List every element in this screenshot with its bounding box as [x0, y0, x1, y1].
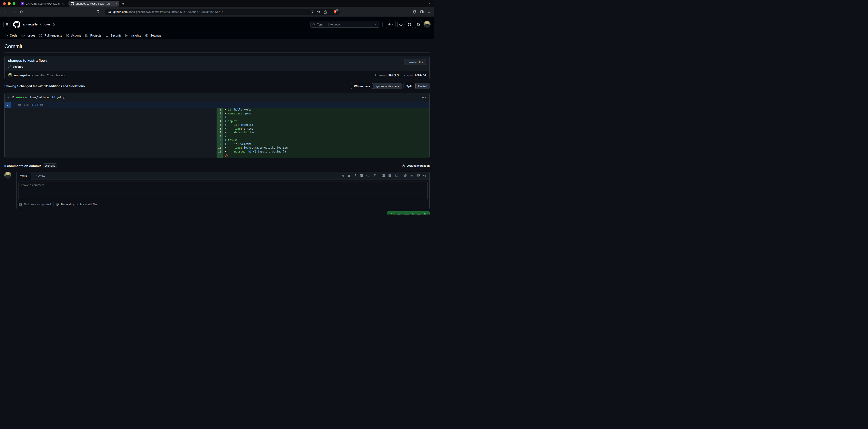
diff-line-number[interactable]: 2	[217, 112, 223, 116]
diff-added-line[interactable]: + inputs:	[223, 119, 429, 123]
repo-nav-item-code[interactable]: Code	[3, 32, 19, 39]
branch-name[interactable]: develop	[12, 65, 23, 68]
repo-nav-item-settings[interactable]: Settings	[143, 32, 163, 39]
cross-reference-icon[interactable]	[415, 173, 421, 178]
heading-icon[interactable]: H	[340, 173, 345, 178]
parent-sha-link[interactable]: 8b37170	[388, 73, 399, 77]
forward-icon[interactable]	[11, 9, 17, 15]
pull-requests-button[interactable]	[406, 21, 413, 28]
diff-line-number[interactable]: 7	[217, 131, 223, 135]
site-settings-icon[interactable]	[108, 10, 111, 13]
repo-nav-item-issues[interactable]: Issues	[19, 32, 37, 39]
browse-files-button[interactable]: Browse files	[404, 59, 426, 65]
list-unordered-icon[interactable]	[387, 173, 393, 178]
breadcrumb-repo[interactable]: flows	[42, 23, 51, 26]
download-icon[interactable]	[310, 10, 314, 14]
tab-preview[interactable]: Preview	[31, 172, 49, 179]
repo-nav-item-projects[interactable]: Projects	[83, 32, 103, 39]
comment-input[interactable]	[18, 181, 428, 200]
diff-added-line[interactable]: + message: hi {{ inputs.greeting }}	[223, 150, 429, 154]
collapse-chevron-icon[interactable]	[7, 96, 10, 99]
diff-old-side-empty	[5, 142, 217, 146]
diff-added-line[interactable]: +	[223, 135, 429, 139]
diff-line-number[interactable]: 3	[217, 116, 223, 119]
zoom-out-icon[interactable]	[317, 10, 320, 14]
repo-nav-item-pull-requests[interactable]: Pull requests	[37, 32, 64, 39]
link-icon[interactable]	[371, 173, 377, 178]
brave-shield-icon[interactable]: 1	[333, 10, 337, 14]
diff-added-line[interactable]: + type: STRING	[223, 127, 429, 131]
diff-added-line[interactable]: + type: io.kestra.core.tasks.log.Log	[223, 146, 429, 150]
diff-added-line[interactable]: + tasks:	[223, 139, 429, 142]
diff-line-number[interactable]: 11	[217, 146, 223, 150]
browser-tab-github-active[interactable]: changes to kestra flows · ann ✕	[68, 1, 119, 6]
minimize-window-button[interactable]	[8, 2, 11, 5]
repo-nav-item-actions[interactable]: Actions	[64, 32, 83, 39]
diff-added-line[interactable]: + - id: greeting	[223, 123, 429, 127]
global-search-input[interactable]: Type / to search >_	[310, 21, 379, 28]
markdown-hint[interactable]: Markdown is supported	[19, 203, 51, 206]
diff-added-line[interactable]: +	[223, 116, 429, 119]
ignore-whitespace-button[interactable]: Ignore whitespace	[373, 83, 402, 89]
diff-added-line[interactable]: + namespace: prod	[223, 112, 429, 116]
close-window-button[interactable]	[3, 2, 6, 5]
unified-view-button[interactable]: Unified	[415, 83, 430, 89]
split-view-button[interactable]: Split	[404, 83, 415, 89]
diff-line-number[interactable]: 12	[217, 150, 223, 154]
author-avatar[interactable]	[8, 73, 12, 78]
bold-icon[interactable]: B	[346, 173, 352, 178]
issues-button[interactable]	[398, 21, 404, 28]
zoom-window-button[interactable]	[12, 2, 16, 5]
tab-search-icon[interactable]	[429, 2, 432, 5]
tab-write[interactable]: Write	[16, 172, 31, 180]
address-bar[interactable]: github.com/anna-geller/flows/commit/b604…	[105, 9, 340, 15]
create-new-button[interactable]	[386, 21, 396, 28]
diff-line-number[interactable]: 5	[217, 123, 223, 127]
mention-icon[interactable]: @	[409, 173, 415, 178]
command-palette-icon[interactable]: >_	[373, 23, 377, 26]
commit-author[interactable]: anna-geller	[14, 73, 30, 77]
quote-icon[interactable]	[359, 173, 365, 178]
file-options-kebab-icon[interactable]: •••	[422, 95, 427, 99]
tasklist-icon[interactable]	[393, 173, 399, 178]
repo-nav-item-insights[interactable]: Insights	[123, 32, 143, 39]
codeglyph-icon[interactable]	[365, 173, 371, 178]
diff-added-line[interactable]: + - id: welcome	[223, 142, 429, 146]
code-icon	[5, 34, 8, 37]
file-path[interactable]: flows/hello_world.yml	[28, 96, 61, 99]
close-tab-icon[interactable]: ✕	[115, 2, 117, 5]
diff-line-number[interactable]: 8	[217, 135, 223, 139]
diff-line-number[interactable]: 6	[217, 127, 223, 131]
diff-line-number[interactable]: 10	[217, 142, 223, 146]
lock-conversation-button[interactable]: Lock conversation	[402, 164, 430, 167]
repo-nav-item-security[interactable]: Security	[103, 32, 124, 39]
github-logo[interactable]	[13, 21, 20, 28]
global-menu-button[interactable]	[3, 21, 10, 28]
inbox-button[interactable]	[415, 21, 422, 28]
bookmark-icon[interactable]	[96, 10, 100, 14]
reply-icon[interactable]	[422, 173, 427, 178]
back-icon[interactable]	[3, 9, 9, 15]
paperclip-icon[interactable]	[403, 173, 408, 178]
sidebar-icon[interactable]	[420, 10, 424, 14]
whitespace-on-button[interactable]: Whitespace	[351, 83, 373, 89]
diff-added-line[interactable]: + id: hello_world	[223, 108, 429, 112]
diff-line-number[interactable]: 4	[217, 119, 223, 123]
new-tab-button[interactable]: +	[120, 2, 126, 6]
breadcrumb-owner[interactable]: anna-geller	[23, 23, 39, 26]
diff-line-number[interactable]: 9	[217, 139, 223, 142]
upload-hint[interactable]: Paste, drop, or click to add files	[56, 203, 97, 206]
diff-added-line[interactable]: + defaults: hey	[223, 131, 429, 135]
expand-hunk-button[interactable]: ...	[5, 102, 11, 108]
comment-submit-button[interactable]: Comment on this commit	[387, 211, 430, 214]
share-icon[interactable]	[323, 10, 327, 14]
italic-icon[interactable]: I	[352, 173, 358, 178]
user-avatar[interactable]	[424, 21, 431, 28]
diff-line-number[interactable]: 1	[217, 108, 223, 112]
browser-menu-icon[interactable]	[427, 10, 431, 14]
list-ordered-icon[interactable]: 1.2.	[381, 173, 386, 178]
reload-icon[interactable]	[19, 9, 25, 15]
copy-path-icon[interactable]	[63, 96, 66, 99]
extensions-icon[interactable]	[413, 10, 416, 14]
browser-tab-kestra[interactable]: ✦ 2X3x2TMqX5NfvFPDj4wd6f | Kes	[19, 1, 68, 6]
